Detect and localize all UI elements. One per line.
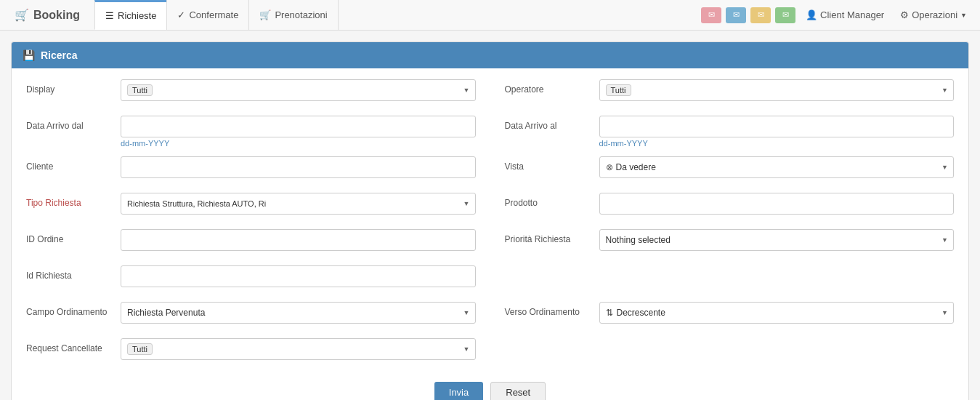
cliente-label: Cliente: [26, 156, 121, 172]
reset-button[interactable]: Reset: [490, 382, 546, 400]
operatore-select-box[interactable]: Tutti: [599, 79, 955, 101]
check-icon: ✓: [177, 9, 185, 20]
data-arrivo-al-input[interactable]: [599, 116, 955, 137]
verso-ordinamento-inner: ⇅ Decrescente: [599, 302, 955, 324]
request-cancellate-row: Request Cancellate Tutti: [26, 338, 476, 366]
id-richiesta-label: Id Richiesta: [26, 265, 121, 281]
data-arrivo-dal-row: Data Arrivo dal dd-mm-YYYY: [26, 116, 476, 148]
display-select-inner: Tutti: [121, 79, 476, 101]
vista-select-box[interactable]: ⊗ Da vedere: [599, 156, 955, 178]
campo-ordinamento-select-box[interactable]: Richiesta Pervenuta: [121, 302, 476, 324]
request-cancellate-badge: Tutti: [127, 343, 153, 355]
id-ordine-label: ID Ordine: [26, 229, 121, 244]
operazioni-button[interactable]: ⚙ Operazioni ▼: [894, 9, 973, 20]
data-arrivo-dal-control: dd-mm-YYYY: [121, 116, 476, 148]
tab-confermate-label: Confermate: [189, 9, 238, 20]
request-cancellate-control: Tutti: [121, 338, 476, 360]
operatore-label: Operatore: [505, 79, 599, 95]
badge-yellow[interactable]: ✉: [750, 7, 771, 23]
search-panel-body: Display Tutti Data Arrivo dal: [12, 68, 968, 400]
tipo-richiesta-label: Tipo Richiesta: [26, 193, 121, 208]
data-arrivo-al-hint: dd-mm-YYYY: [599, 139, 955, 148]
tab-richieste[interactable]: ☰ Richieste: [94, 0, 167, 30]
data-arrivo-dal-input[interactable]: [121, 116, 476, 137]
verso-ordinamento-select-box[interactable]: ⇅ Decrescente: [599, 302, 955, 324]
verso-ordinamento-row: Verso Ordinamento ⇅ Decrescente: [505, 302, 955, 329]
ops-chevron-icon: ▼: [960, 12, 967, 19]
prodotto-label: Prodotto: [505, 193, 599, 208]
main-content: 💾 Ricerca Display Tutti: [0, 31, 980, 400]
tipo-richiesta-control: Richiesta Struttura, Richiesta AUTO, Ri: [121, 193, 476, 215]
vista-control: ⊗ Da vedere: [599, 156, 955, 178]
vista-inner: ⊗ Da vedere: [599, 156, 955, 178]
brand: 🛒 Booking: [7, 8, 87, 22]
priorita-select-box[interactable]: Nothing selected: [599, 229, 955, 251]
data-arrivo-al-control: dd-mm-YYYY: [599, 116, 955, 148]
tipo-richiesta-select-box[interactable]: Richiesta Struttura, Richiesta AUTO, Ri: [121, 193, 476, 215]
priorita-control: Nothing selected: [599, 229, 955, 251]
campo-ordinamento-inner: Richiesta Pervenuta: [121, 302, 476, 324]
cart-icon: 🛒: [15, 8, 29, 22]
button-row: Invia Reset: [26, 375, 954, 400]
verso-ordinamento-label: Verso Ordinamento: [505, 302, 599, 317]
cliente-input[interactable]: [121, 156, 476, 178]
verso-ordinamento-value: Decrescente: [617, 308, 665, 318]
data-arrivo-al-label: Data Arrivo al: [505, 116, 599, 131]
id-ordine-control: [121, 229, 476, 251]
id-ordine-input[interactable]: [121, 229, 476, 251]
navbar: 🛒 Booking ☰ Richieste ✓ Confermate 🛒 Pre…: [0, 0, 980, 31]
badge-pink[interactable]: ✉: [701, 7, 721, 23]
vista-label: Vista: [505, 156, 599, 172]
display-control: Tutti: [121, 79, 476, 101]
data-arrivo-al-row: Data Arrivo al dd-mm-YYYY: [505, 116, 955, 148]
data-arrivo-dal-hint: dd-mm-YYYY: [121, 139, 476, 148]
display-select-box[interactable]: Tutti: [121, 79, 476, 101]
invia-button[interactable]: Invia: [434, 382, 483, 400]
badge-green[interactable]: ✉: [775, 7, 795, 23]
search-panel-header: 💾 Ricerca: [12, 42, 968, 68]
brand-label: Booking: [33, 9, 80, 22]
vista-row: Vista ⊗ Da vedere: [505, 156, 955, 184]
verso-ordinamento-control: ⇅ Decrescente: [599, 302, 955, 324]
display-tutti-badge: Tutti: [127, 84, 153, 96]
search-panel: 💾 Ricerca Display Tutti: [11, 41, 969, 400]
campo-ordinamento-control: Richiesta Pervenuta: [121, 302, 476, 324]
display-row: Display Tutti: [26, 79, 476, 107]
navbar-right: ✉ ✉ ✉ ✉ 👤 Client Manager ⚙ Operazioni ▼: [701, 7, 973, 23]
request-cancellate-label: Request Cancellate: [26, 338, 121, 353]
id-richiesta-control: [121, 265, 476, 287]
form-right-col: Operatore Tutti Data Arrivo al: [505, 79, 955, 375]
operatore-row: Operatore Tutti: [505, 79, 955, 107]
prodotto-control: [599, 193, 955, 215]
priorita-inner: Nothing selected: [599, 229, 955, 251]
form-left-col: Display Tutti Data Arrivo dal: [26, 79, 476, 375]
display-label: Display: [26, 79, 121, 95]
id-richiesta-input[interactable]: [121, 265, 476, 287]
user-label: Client Manager: [820, 9, 884, 20]
spacer-row-1: [505, 265, 955, 293]
tab-confermate[interactable]: ✓ Confermate: [166, 0, 249, 30]
prodotto-input[interactable]: [599, 193, 955, 215]
user-icon: 👤: [806, 9, 817, 20]
request-cancellate-inner: Tutti: [121, 338, 476, 360]
request-cancellate-select-box[interactable]: Tutti: [121, 338, 476, 360]
badge-yellow-icon: ✉: [758, 10, 764, 20]
floppy-icon: 💾: [23, 49, 35, 61]
circle-x-icon: ⊗: [606, 162, 613, 172]
badge-green-icon: ✉: [782, 10, 789, 20]
campo-ordinamento-row: Campo Ordinamento Richiesta Pervenuta: [26, 302, 476, 329]
id-richiesta-row: Id Richiesta: [26, 265, 476, 293]
form-grid: Display Tutti Data Arrivo dal: [26, 79, 954, 375]
client-manager-button[interactable]: 👤 Client Manager: [800, 9, 890, 20]
id-ordine-row: ID Ordine: [26, 229, 476, 257]
cliente-control: [121, 156, 476, 178]
search-panel-title: Ricerca: [41, 49, 78, 61]
tab-richieste-label: Richieste: [118, 10, 156, 21]
priorita-label: Priorità Richiesta: [505, 229, 599, 244]
vista-value: Da vedere: [616, 162, 656, 172]
tab-prenotazioni[interactable]: 🛒 Prenotazioni: [248, 0, 338, 30]
badge-blue[interactable]: ✉: [726, 7, 746, 23]
cliente-row: Cliente: [26, 156, 476, 184]
operatore-control: Tutti: [599, 79, 955, 101]
ops-label: Operazioni: [912, 9, 957, 20]
